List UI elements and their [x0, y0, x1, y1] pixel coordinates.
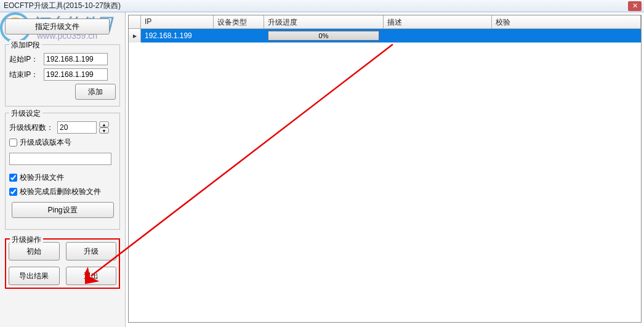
upgrade-button[interactable]: 升级	[66, 242, 117, 260]
export-result-button[interactable]: 导出结果	[9, 267, 60, 285]
cell-progress: 0%	[264, 29, 384, 42]
table-row[interactable]: ▸ 192.168.1.199 0%	[129, 29, 641, 42]
window-title: EOCFTP升级工具(2015-10-27陕西)	[4, 1, 121, 11]
add-ip-group: 添加IP段 起始IP： 结束IP： 添加	[5, 44, 120, 107]
thread-down-button[interactable]: ▼	[99, 127, 109, 134]
upgrade-operation-title: 升级操作	[10, 235, 43, 245]
cell-check	[492, 34, 641, 37]
close-button[interactable]: ✕	[628, 1, 642, 11]
cell-type	[214, 34, 264, 37]
col-desc[interactable]: 描述	[384, 15, 492, 28]
thread-count-input[interactable]	[57, 121, 97, 134]
start-ip-input[interactable]	[44, 53, 108, 65]
end-ip-label: 结束IP：	[9, 70, 41, 80]
side-panel: 河东软件园 www.pc0359.cn 指定升级文件 添加IP段 起始IP： 结…	[0, 12, 126, 327]
delete-after-verify-checkbox[interactable]	[9, 188, 17, 196]
start-ip-label: 起始IP：	[9, 54, 41, 65]
row-indicator-icon: ▸	[129, 29, 141, 42]
thread-count-label: 升级线程数：	[9, 123, 55, 133]
col-type[interactable]: 设备类型	[214, 15, 264, 28]
add-button[interactable]: 添加	[75, 84, 116, 100]
thread-up-button[interactable]: ▲	[99, 121, 109, 127]
data-table: IP 设备类型 升级进度 描述 校验 ▸ 192.168.1.199 0%	[128, 15, 642, 323]
verify-checkbox-label: 校验升级文件	[20, 172, 64, 183]
add-ip-group-title: 添加IP段	[9, 40, 42, 50]
col-progress[interactable]: 升级进度	[264, 15, 384, 28]
upgrade-setting-group: 升级设定 升级线程数： ▲ ▼ 升级成该版本号 校验升级文件 校验完成后删除	[5, 113, 120, 230]
col-ip[interactable]: IP	[141, 15, 214, 28]
version-checkbox[interactable]	[9, 139, 17, 147]
row-header-corner	[129, 15, 141, 28]
table-header: IP 设备类型 升级进度 描述 校验	[129, 15, 641, 29]
version-checkbox-label: 升级成该版本号	[20, 137, 71, 148]
cell-desc	[384, 34, 492, 37]
end-ip-input[interactable]	[44, 68, 108, 81]
ping-settings-button[interactable]: Ping设置	[12, 202, 114, 218]
upgrade-setting-title: 升级设定	[9, 108, 42, 119]
main-area: IP 设备类型 升级进度 描述 校验 ▸ 192.168.1.199 0%	[126, 12, 644, 327]
upgrade-operation-group: 升级操作 初始 升级 导出结果 退出	[5, 238, 120, 289]
title-bar: EOCFTP升级工具(2015-10-27陕西) ✕	[0, 0, 644, 12]
delete-after-verify-label: 校验完成后删除校验文件	[20, 187, 101, 197]
cell-ip: 192.168.1.199	[141, 30, 214, 41]
version-input[interactable]	[9, 153, 111, 165]
verify-checkbox[interactable]	[9, 174, 17, 182]
col-check[interactable]: 校验	[492, 15, 641, 28]
exit-button[interactable]: 退出	[66, 267, 117, 285]
progress-bar: 0%	[268, 31, 379, 41]
specify-upgrade-file-button[interactable]: 指定升级文件	[5, 18, 110, 34]
